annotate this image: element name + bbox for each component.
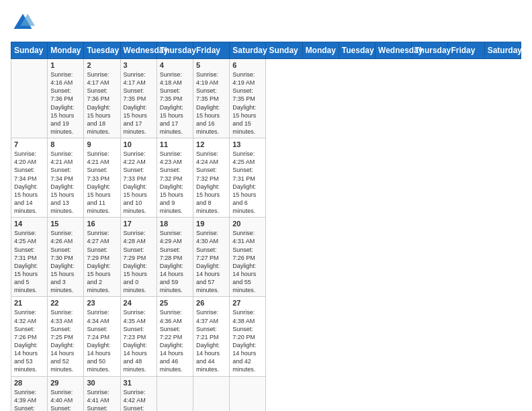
cell-content: Sunrise: 4:17 AM Sunset: 7:35 PM Dayligh… [124,71,154,136]
calendar-cell [193,376,230,411]
cell-content: Sunrise: 4:30 AM Sunset: 7:27 PM Dayligh… [196,229,226,294]
calendar-cell: 10Sunrise: 4:22 AM Sunset: 7:33 PM Dayli… [120,138,157,218]
calendar-cell: 22Sunrise: 4:33 AM Sunset: 7:25 PM Dayli… [48,297,84,376]
header-day-monday: Monday [302,42,339,59]
calendar-cell: 9Sunrise: 4:21 AM Sunset: 7:33 PM Daylig… [84,138,120,218]
day-number: 23 [87,299,117,307]
calendar-cell: 15Sunrise: 4:26 AM Sunset: 7:30 PM Dayli… [48,218,84,297]
cell-content: Sunrise: 4:35 AM Sunset: 7:23 PM Dayligh… [124,308,154,373]
header-day-sunday: Sunday [266,42,302,59]
calendar-cell: 1Sunrise: 4:16 AM Sunset: 7:36 PM Daylig… [48,59,84,138]
day-number: 26 [196,299,226,307]
cell-content: Sunrise: 4:18 AM Sunset: 7:35 PM Dayligh… [160,71,190,136]
calendar-cell [230,376,266,411]
day-number: 21 [14,299,44,307]
day-number: 22 [50,299,81,307]
day-number: 15 [50,220,81,228]
day-number: 5 [196,61,226,69]
calendar-table: SundayMondayTuesdayWednesdayThursdayFrid… [11,42,521,411]
cell-content: Sunrise: 4:21 AM Sunset: 7:33 PM Dayligh… [87,150,117,215]
cell-content: Sunrise: 4:27 AM Sunset: 7:29 PM Dayligh… [87,229,117,294]
header-day-friday: Friday [448,42,484,59]
calendar-week-4: 21Sunrise: 4:32 AM Sunset: 7:26 PM Dayli… [11,297,521,376]
calendar-cell: 16Sunrise: 4:27 AM Sunset: 7:29 PM Dayli… [84,218,120,297]
cell-content: Sunrise: 4:41 AM Sunset: 7:17 PM Dayligh… [87,388,117,412]
day-number: 20 [232,220,263,228]
calendar-cell: 20Sunrise: 4:31 AM Sunset: 7:26 PM Dayli… [230,218,266,297]
calendar-cell: 8Sunrise: 4:21 AM Sunset: 7:34 PM Daylig… [48,138,84,218]
calendar-cell: 27Sunrise: 4:38 AM Sunset: 7:20 PM Dayli… [230,297,266,376]
cell-content: Sunrise: 4:17 AM Sunset: 7:36 PM Dayligh… [87,71,117,136]
calendar-header-row: SundayMondayTuesdayWednesdayThursdayFrid… [11,42,521,59]
cell-content: Sunrise: 4:22 AM Sunset: 7:33 PM Dayligh… [124,150,154,215]
calendar-cell: 21Sunrise: 4:32 AM Sunset: 7:26 PM Dayli… [11,297,48,376]
day-number: 30 [87,379,117,387]
header-sunday: Sunday [11,42,48,59]
calendar-cell [11,59,48,138]
cell-content: Sunrise: 4:39 AM Sunset: 7:19 PM Dayligh… [14,388,44,412]
day-number: 16 [87,220,117,228]
cell-content: Sunrise: 4:24 AM Sunset: 7:32 PM Dayligh… [196,150,226,215]
day-number: 14 [14,220,44,228]
calendar-cell: 6Sunrise: 4:19 AM Sunset: 7:35 PM Daylig… [230,59,266,138]
cell-content: Sunrise: 4:32 AM Sunset: 7:26 PM Dayligh… [14,308,44,373]
header-saturday: Saturday [230,42,266,59]
calendar-cell: 23Sunrise: 4:34 AM Sunset: 7:24 PM Dayli… [84,297,120,376]
day-number: 8 [50,140,81,148]
day-number: 4 [160,61,190,69]
calendar-cell: 2Sunrise: 4:17 AM Sunset: 7:36 PM Daylig… [84,59,120,138]
page: SundayMondayTuesdayWednesdayThursdayFrid… [0,0,532,411]
cell-content: Sunrise: 4:42 AM Sunset: 7:15 PM Dayligh… [124,388,154,412]
cell-content: Sunrise: 4:26 AM Sunset: 7:30 PM Dayligh… [50,229,81,294]
day-number: 3 [124,61,154,69]
cell-content: Sunrise: 4:33 AM Sunset: 7:25 PM Dayligh… [50,308,81,373]
logo-icon [11,11,35,35]
day-number: 10 [124,140,154,148]
day-number: 2 [87,61,117,69]
header-friday: Friday [193,42,230,59]
header-day-wednesday: Wednesday [375,42,412,59]
day-number: 24 [124,299,154,307]
header-day-thursday: Thursday [412,42,448,59]
day-number: 11 [160,140,190,148]
day-number: 12 [196,140,226,148]
calendar-cell: 13Sunrise: 4:25 AM Sunset: 7:31 PM Dayli… [230,138,266,218]
calendar-week-1: 1Sunrise: 4:16 AM Sunset: 7:36 PM Daylig… [11,59,521,138]
calendar-cell: 26Sunrise: 4:37 AM Sunset: 7:21 PM Dayli… [193,297,230,376]
cell-content: Sunrise: 4:16 AM Sunset: 7:36 PM Dayligh… [50,71,81,136]
logo [11,11,38,35]
cell-content: Sunrise: 4:36 AM Sunset: 7:22 PM Dayligh… [160,308,190,373]
header-day-saturday: Saturday [484,42,521,59]
header-day-tuesday: Tuesday [339,42,375,59]
calendar-cell: 3Sunrise: 4:17 AM Sunset: 7:35 PM Daylig… [120,59,157,138]
cell-content: Sunrise: 4:34 AM Sunset: 7:24 PM Dayligh… [87,308,117,373]
calendar-cell: 30Sunrise: 4:41 AM Sunset: 7:17 PM Dayli… [84,376,120,411]
day-number: 25 [160,299,190,307]
header-monday: Monday [48,42,84,59]
calendar-cell: 24Sunrise: 4:35 AM Sunset: 7:23 PM Dayli… [120,297,157,376]
cell-content: Sunrise: 4:20 AM Sunset: 7:34 PM Dayligh… [14,150,44,215]
calendar-cell: 18Sunrise: 4:29 AM Sunset: 7:28 PM Dayli… [157,218,193,297]
day-number: 9 [87,140,117,148]
calendar-cell: 19Sunrise: 4:30 AM Sunset: 7:27 PM Dayli… [193,218,230,297]
cell-content: Sunrise: 4:19 AM Sunset: 7:35 PM Dayligh… [232,71,263,136]
day-number: 1 [50,61,81,69]
header-tuesday: Tuesday [84,42,120,59]
calendar-cell: 31Sunrise: 4:42 AM Sunset: 7:15 PM Dayli… [120,376,157,411]
calendar-cell [157,376,193,411]
cell-content: Sunrise: 4:31 AM Sunset: 7:26 PM Dayligh… [232,229,263,294]
calendar-cell: 5Sunrise: 4:19 AM Sunset: 7:35 PM Daylig… [193,59,230,138]
day-number: 28 [14,379,44,387]
calendar-cell: 28Sunrise: 4:39 AM Sunset: 7:19 PM Dayli… [11,376,48,411]
day-number: 7 [14,140,44,148]
cell-content: Sunrise: 4:19 AM Sunset: 7:35 PM Dayligh… [196,71,226,136]
day-number: 29 [50,379,81,387]
calendar-week-2: 7Sunrise: 4:20 AM Sunset: 7:34 PM Daylig… [11,138,521,218]
calendar-cell: 11Sunrise: 4:23 AM Sunset: 7:32 PM Dayli… [157,138,193,218]
day-number: 18 [160,220,190,228]
day-number: 27 [232,299,263,307]
day-number: 19 [196,220,226,228]
calendar-cell: 14Sunrise: 4:25 AM Sunset: 7:31 PM Dayli… [11,218,48,297]
calendar-week-3: 14Sunrise: 4:25 AM Sunset: 7:31 PM Dayli… [11,218,521,297]
calendar-cell: 25Sunrise: 4:36 AM Sunset: 7:22 PM Dayli… [157,297,193,376]
